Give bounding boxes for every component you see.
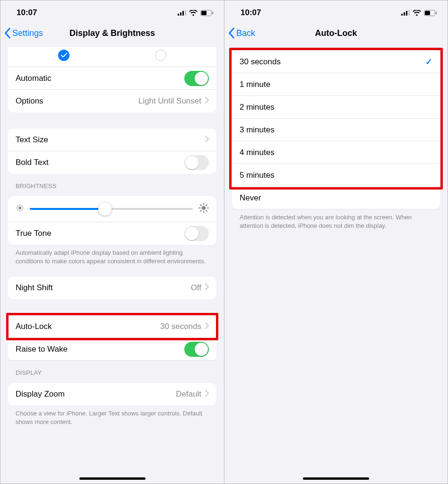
option-label: 30 seconds [240,57,425,67]
svg-line-23 [200,210,201,211]
option-label: Never [240,193,432,203]
status-icons [401,10,437,16]
night-shift-group: Night Shift Off [8,277,216,299]
battery-icon [424,10,437,16]
option-label: 1 minute [240,80,432,89]
bold-text-toggle[interactable] [184,155,209,170]
display-zoom-value: Default [176,389,201,399]
brightness-group: True Tone [8,196,216,245]
checkmark-icon: ✓ [425,57,432,67]
svg-point-7 [18,207,21,209]
text-group: Text Size Bold Text [8,129,216,174]
svg-line-24 [206,205,207,206]
bold-text-label: Bold Text [16,158,184,167]
chevron-left-icon [4,28,11,38]
back-label: Settings [12,28,43,38]
automatic-row[interactable]: Automatic [8,67,216,90]
screen-auto-lock: 10:07 Back Auto-Lock 30 seconds ✓ 1 minu… [224,0,448,484]
svg-line-15 [22,206,22,206]
svg-rect-28 [408,10,410,16]
option-label: 2 minutes [240,103,432,112]
true-tone-row[interactable]: True Tone [8,222,216,245]
sun-large-icon [198,203,209,215]
back-button[interactable]: Settings [4,28,43,38]
back-label: Back [236,28,255,38]
home-indicator[interactable] [303,477,369,480]
option-label: 5 minutes [240,171,432,180]
wifi-icon [189,10,198,16]
night-shift-row[interactable]: Night Shift Off [8,277,216,299]
appearance-radio-row [8,47,216,67]
appearance-dark-radio[interactable] [155,50,166,61]
content-scroll[interactable]: Automatic Options Light Until Sunset Tex… [0,44,224,484]
raise-to-wake-row[interactable]: Raise to Wake [8,338,216,361]
display-header: DISPLAY [0,361,224,379]
svg-line-14 [17,210,18,210]
option-row[interactable]: 2 minutes [232,96,440,119]
appearance-light-radio[interactable] [58,50,69,61]
auto-lock-footer: Attention is detected when you are looki… [224,209,448,231]
brightness-slider[interactable] [30,208,193,210]
content-scroll[interactable]: 30 seconds ✓ 1 minute 2 minutes 3 minute… [224,44,448,484]
option-row[interactable]: 5 minutes [232,164,440,187]
options-value: Light Until Sunset [138,96,201,106]
status-bar: 10:07 [0,0,224,22]
home-indicator[interactable] [79,477,146,480]
automatic-toggle[interactable] [184,71,209,86]
auto-lock-options-group: 30 seconds ✓ 1 minute 2 minutes 3 minute… [232,51,440,209]
svg-line-22 [206,210,207,211]
auto-lock-row[interactable]: Auto-Lock 30 seconds [8,315,216,338]
status-bar: 10:07 [224,0,448,22]
svg-rect-0 [178,14,179,16]
true-tone-toggle[interactable] [184,226,209,241]
chevron-right-icon [205,283,209,293]
text-size-row[interactable]: Text Size [8,129,216,151]
page-title: Auto-Lock [224,28,448,38]
status-icons [178,10,214,16]
chevron-right-icon [205,389,209,399]
svg-rect-6 [212,12,213,14]
svg-line-13 [22,210,22,210]
svg-rect-26 [404,12,405,16]
display-zoom-label: Display Zoom [16,389,176,399]
chevron-left-icon [228,28,235,38]
cellular-icon [178,10,186,16]
option-row[interactable]: 4 minutes [232,141,440,164]
sun-small-icon [16,204,24,214]
svg-rect-27 [406,11,407,16]
chevron-right-icon [205,322,209,331]
svg-rect-25 [401,14,403,16]
true-tone-footer: Automatically adapt iPhone display based… [0,245,224,266]
option-row[interactable]: Never [232,187,440,209]
chevron-right-icon [205,96,209,106]
night-shift-label: Night Shift [16,283,191,293]
brightness-slider-thumb[interactable] [98,202,112,216]
nav-bar: Settings Display & Brightness [0,22,224,44]
true-tone-label: True Tone [16,229,184,238]
option-row[interactable]: 1 minute [232,73,440,96]
options-label: Options [16,96,138,106]
night-shift-value: Off [191,283,201,293]
status-time: 10:07 [17,8,37,17]
option-row[interactable]: 30 seconds ✓ [232,51,440,73]
auto-lock-label: Auto-Lock [16,322,160,331]
option-label: 3 minutes [240,125,432,135]
raise-to-wake-toggle[interactable] [184,342,209,357]
appearance-group: Automatic Options Light Until Sunset [8,47,216,112]
brightness-slider-row [8,196,216,222]
svg-rect-31 [436,12,437,14]
option-label: 4 minutes [240,148,432,157]
display-zoom-row[interactable]: Display Zoom Default [8,383,216,406]
svg-line-21 [200,205,201,206]
screen-display-brightness: 10:07 Settings Display & Brightness Auto… [0,0,224,484]
status-time: 10:07 [241,8,261,17]
bold-text-row[interactable]: Bold Text [8,151,216,174]
text-size-label: Text Size [16,135,201,145]
svg-point-16 [202,206,206,210]
svg-rect-2 [182,11,184,16]
back-button[interactable]: Back [228,28,255,38]
options-row[interactable]: Options Light Until Sunset [8,90,216,112]
svg-rect-5 [201,11,207,15]
option-row[interactable]: 3 minutes [232,119,440,141]
svg-rect-1 [180,12,181,16]
